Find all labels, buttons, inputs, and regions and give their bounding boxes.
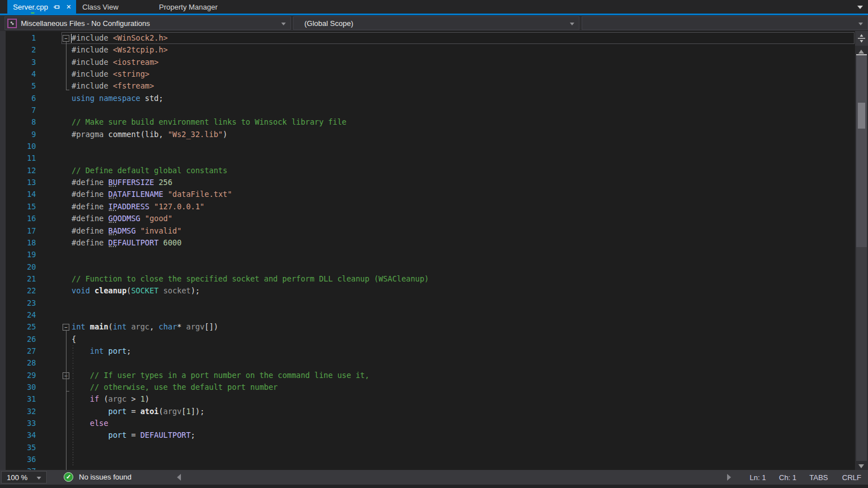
tab-class-view[interactable]: Class View [76,0,149,14]
line-number: 1 [0,32,41,44]
tab-server-cpp[interactable]: Server.cpp ✕ [7,0,76,14]
code-text: // otherwise, use the default port numbe… [72,381,278,393]
zoom-selector[interactable]: 100 % [1,471,47,483]
scrollbar-thumb[interactable] [856,55,867,247]
health-message: No issues found [79,473,131,481]
code-line[interactable]: 23 [0,297,855,309]
code-text: // Define default global constants [72,165,227,177]
code-line[interactable]: 14#define DATAFILENAME "dataFile.txt" [0,188,855,200]
outline-margin [41,188,72,200]
outline-margin [41,357,72,369]
code-line[interactable]: 11 [0,152,855,164]
code-text: #define BADMSG "invalid" [72,225,181,237]
vertical-scrollbar[interactable] [855,31,868,470]
code-line[interactable]: 32 port = atoi(argv[1]); [0,406,855,417]
line-number: 9 [0,129,41,140]
code-line[interactable]: 15#define IPADDRESS "127.0.0.1" [0,201,855,213]
code-line[interactable]: 7 [0,104,855,116]
fold-region-line [66,379,67,391]
code-line[interactable]: 6using namespace std; [0,93,855,104]
line-number: 10 [0,140,41,152]
line-number: 22 [0,285,41,297]
zoom-level: 100 % [7,473,28,482]
code-line[interactable]: 2#include <Ws2tcpip.h> [0,44,855,56]
line-number: 2 [0,44,41,56]
code-line[interactable]: 17#define BADMSG "invalid" [0,225,855,237]
document-health-indicator[interactable]: ✓ No issues found [64,472,131,482]
editor-status-bar: 100 % ✓ No issues found Ln: 1 Ch: 1 TABS… [0,470,868,485]
code-line[interactable]: 28 [0,357,855,369]
code-line[interactable]: 3#include <iostream> [0,56,855,68]
chevron-down-icon [37,477,41,480]
pin-icon[interactable] [53,3,60,10]
outline-margin [41,56,72,68]
code-line[interactable]: 36 [0,454,855,465]
tab-class-view-label: Class View [82,3,118,11]
line-number: 37 [0,465,41,470]
scroll-up-icon[interactable] [858,50,864,54]
outline-margin [41,129,72,140]
code-text: #define DEFAULTPORT 6000 [72,237,181,249]
member-selector[interactable] [582,16,868,30]
code-line[interactable]: 22void cleanup(SOCKET socket); [0,285,855,297]
code-text: int port; [72,345,131,357]
check-circle-icon: ✓ [64,472,73,482]
column-indicator: Ch: 1 [779,473,809,482]
code-line[interactable]: 9#pragma comment(lib, "Ws2_32.lib") [0,129,855,140]
fold-collapse-icon[interactable]: − [63,324,69,331]
code-line[interactable]: 33 else [0,417,855,429]
tabs-mode-indicator: TABS [809,473,842,482]
code-line[interactable]: 24 [0,309,855,321]
scroll-down-icon[interactable] [858,464,864,468]
code-editor[interactable]: 1−#include <WinSock2.h>2#include <Ws2tcp… [0,31,868,470]
code-line[interactable]: 26{ [0,333,855,345]
outline-margin [41,285,72,297]
line-number: 6 [0,93,41,104]
code-line[interactable]: 29− // If user types in a port number on… [0,370,855,381]
navigation-bar: Miscellaneous Files - No Configurations … [0,15,868,31]
code-line[interactable]: 21// Function to close the specified soc… [0,273,855,285]
scope-selector[interactable]: (Global Scope) [293,16,579,30]
project-selector[interactable]: Miscellaneous Files - No Configurations [5,16,291,30]
line-number: 4 [0,68,41,80]
code-line[interactable]: 13#define BUFFERSIZE 256 [0,177,855,188]
code-text: #define GOODMSG "good" [72,213,172,225]
tab-bar: Server.cpp ✕ Class View Property Manager [0,0,868,14]
line-number: 21 [0,273,41,285]
code-line[interactable]: 8// Make sure build environment links to… [0,116,855,128]
code-line[interactable]: 18#define DEFAULTPORT 6000 [0,237,855,249]
code-line[interactable]: 27 int port; [0,345,855,357]
tab-server-cpp-label: Server.cpp [13,3,48,11]
tab-property-manager[interactable]: Property Manager [149,0,237,14]
scroll-right-icon[interactable] [727,474,731,481]
code-line[interactable]: 37 [0,465,855,470]
scrollbar-region-marker [858,103,865,129]
code-line[interactable]: 20 [0,261,855,273]
code-line[interactable]: 10 [0,140,855,152]
code-line[interactable]: 4#include <string> [0,68,855,80]
tab-list-dropdown-icon[interactable] [857,6,863,9]
line-number: 18 [0,237,41,249]
line-number: 27 [0,345,41,357]
code-line[interactable]: 30 // otherwise, use the default port nu… [0,381,855,393]
code-text: using namespace std; [72,93,163,104]
outline-margin [41,104,72,116]
code-line[interactable]: 12// Define default global constants [0,165,855,177]
outline-margin [41,177,72,188]
close-icon[interactable]: ✕ [66,4,71,10]
editor-split-handle-icon[interactable] [855,31,868,46]
code-line[interactable]: 35 [0,442,855,454]
outline-margin [41,152,72,164]
code-line[interactable]: 31 if (argc > 1) [0,393,855,405]
code-text: void cleanup(SOCKET socket); [72,285,200,297]
line-ending-indicator: CRLF [842,473,863,482]
code-line[interactable]: 34 port = DEFAULTPORT; [0,429,855,441]
line-number: 5 [0,80,41,92]
scroll-left-icon[interactable] [177,474,181,481]
code-line[interactable]: 19 [0,249,855,261]
code-line[interactable]: 16#define GOODMSG "good" [0,213,855,225]
code-text: // Function to close the specified socke… [72,273,429,285]
miscellaneous-files-icon [7,19,17,28]
code-line[interactable]: 5#include <fstream> [0,80,855,92]
code-line[interactable]: 25−int main(int argc, char* argv[]) [0,321,855,333]
